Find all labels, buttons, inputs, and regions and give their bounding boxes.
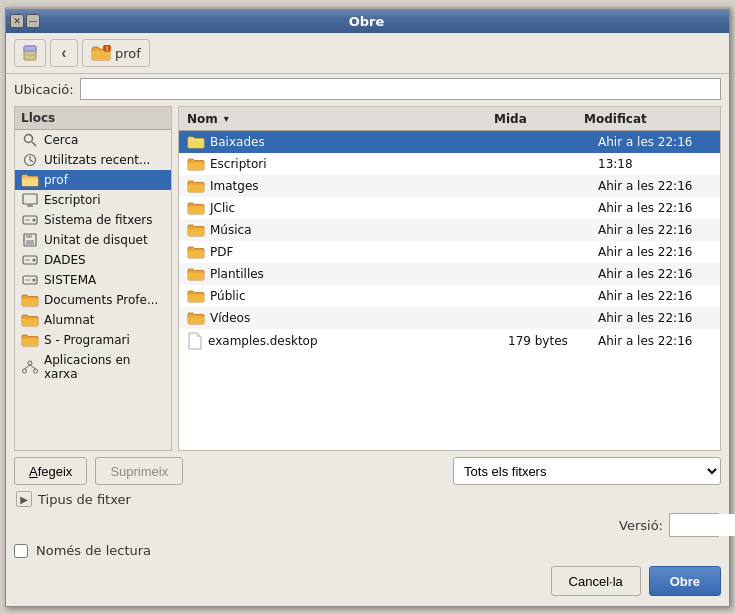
sidebar-item-programari[interactable]: S - Programari: [15, 330, 171, 350]
file-row[interactable]: PlantillesAhir a les 22:16: [179, 263, 720, 285]
folder-icon: [187, 289, 205, 303]
sidebar-item-cerca[interactable]: Cerca: [15, 130, 171, 150]
folder-special-icon: [21, 293, 39, 307]
file-list: BaixadesAhir a les 22:16Escriptori13:18I…: [179, 131, 720, 450]
sidebar-item-label-prof: prof: [44, 173, 68, 187]
sidebar-item-sistema2[interactable]: SISTEMA: [15, 270, 171, 290]
file-row[interactable]: examples.desktop179 bytesAhir a les 22:1…: [179, 329, 720, 353]
bookmark-icon: [21, 44, 39, 62]
location-label: Ubicació:: [14, 82, 74, 97]
action-row: Cancel·la Obre: [14, 566, 721, 600]
sidebar-item-prof[interactable]: prof: [15, 170, 171, 190]
sidebar-item-alumnat[interactable]: Alumnat: [15, 310, 171, 330]
back-button[interactable]: ‹: [50, 39, 78, 67]
bookmark-button[interactable]: [14, 39, 46, 67]
sidebar-item-sistema[interactable]: Sistema de fitxers: [15, 210, 171, 230]
file-row[interactable]: VídeosAhir a les 22:16: [179, 307, 720, 329]
close-button[interactable]: ✕: [10, 14, 24, 28]
readonly-checkbox[interactable]: [14, 544, 28, 558]
file-name: examples.desktop: [208, 334, 318, 348]
hdd-icon: [21, 253, 39, 267]
sidebar-item-label-alumnat: Alumnat: [44, 313, 95, 327]
file-name-cell: JClic: [179, 198, 500, 218]
expand-filetype-button[interactable]: ▶: [16, 491, 32, 507]
sidebar-item-dades[interactable]: DADES: [15, 250, 171, 270]
file-name: Imatges: [210, 179, 259, 193]
folder-special-icon: [21, 333, 39, 347]
file-name: Baixades: [210, 135, 265, 149]
file-size-cell: [500, 271, 590, 277]
file-row[interactable]: Escriptori13:18: [179, 153, 720, 175]
version-input[interactable]: [670, 514, 735, 536]
file-size-cell: [500, 205, 590, 211]
cancel-label: Cancel·la: [569, 574, 623, 589]
version-row: Versió: ▲ ▼: [14, 513, 721, 537]
file-modified-cell: Ahir a les 22:16: [590, 308, 720, 328]
file-row[interactable]: JClicAhir a les 22:16: [179, 197, 720, 219]
current-folder-label: prof: [115, 46, 141, 61]
clock-icon: [21, 153, 39, 167]
folder-icon: [187, 267, 205, 281]
svg-line-6: [32, 142, 36, 146]
svg-point-26: [23, 369, 27, 373]
folder-special-icon: [21, 313, 39, 327]
filetype-label: Tipus de fitxer: [38, 492, 131, 507]
svg-point-23: [33, 279, 36, 282]
network-icon: [21, 360, 39, 374]
sidebar-item-escriptori[interactable]: Escriptori: [15, 190, 171, 210]
current-folder-button[interactable]: ! prof: [82, 39, 150, 67]
expand-icon: ▶: [20, 494, 28, 505]
hdd-icon: [21, 273, 39, 287]
file-modified-cell: Ahir a les 22:16: [590, 242, 720, 262]
file-name: Escriptori: [210, 157, 267, 171]
folder-icon: !: [91, 45, 111, 61]
open-button[interactable]: Obre: [649, 566, 721, 596]
remove-button[interactable]: Suprimeix: [95, 457, 183, 485]
filter-select[interactable]: Tots els fitxers: [453, 457, 721, 485]
file-size-cell: [500, 139, 590, 145]
bottom-row2: ▶ Tipus de fitxer: [14, 491, 721, 507]
file-size-cell: [500, 293, 590, 299]
file-name-cell: Vídeos: [179, 308, 500, 328]
svg-point-5: [25, 135, 33, 143]
titlebar: ✕ — Obre: [6, 9, 729, 33]
location-input[interactable]: [80, 78, 721, 100]
header-modified[interactable]: Modificat: [576, 108, 706, 130]
file-name-cell: Plantilles: [179, 264, 500, 284]
cancel-button[interactable]: Cancel·la: [551, 566, 641, 596]
file-row[interactable]: PúblicAhir a les 22:16: [179, 285, 720, 307]
svg-point-20: [33, 259, 36, 262]
floppy-icon: [21, 233, 39, 247]
file-row[interactable]: ImatgesAhir a les 22:16: [179, 175, 720, 197]
sidebar-section-label: Llocs: [15, 107, 171, 130]
file-modified-cell: Ahir a les 22:16: [590, 132, 720, 152]
readonly-label: Només de lectura: [36, 543, 151, 558]
file-row[interactable]: MúsicaAhir a les 22:16: [179, 219, 720, 241]
svg-rect-17: [26, 234, 32, 238]
header-name[interactable]: Nom ▾: [179, 108, 486, 130]
sidebar-item-disquet[interactable]: Unitat de disquet: [15, 230, 171, 250]
folder-icon: [21, 173, 39, 187]
sidebar-item-label-docs: Documents Profe...: [44, 293, 158, 307]
svg-point-25: [28, 361, 32, 365]
header-size[interactable]: Mida: [486, 108, 576, 130]
svg-text:!: !: [106, 45, 109, 52]
minimize-button[interactable]: —: [26, 14, 40, 28]
add-button[interactable]: Afegeix: [14, 457, 87, 485]
file-size-cell: 179 bytes: [500, 331, 590, 351]
svg-point-14: [33, 219, 36, 222]
file-name-cell: Escriptori: [179, 154, 500, 174]
file-modified-cell: Ahir a les 22:16: [590, 264, 720, 284]
file-row[interactable]: PDFAhir a les 22:16: [179, 241, 720, 263]
sidebar-item-xarxa[interactable]: Aplicacions en xarxa: [15, 350, 171, 384]
file-modified-cell: Ahir a les 22:16: [590, 198, 720, 218]
file-size-cell: [500, 315, 590, 321]
bottom-row1: Afegeix Suprimeix Tots els fitxers: [14, 457, 721, 485]
file-row[interactable]: BaixadesAhir a les 22:16: [179, 131, 720, 153]
file-icon: [187, 332, 203, 350]
sidebar-item-docs[interactable]: Documents Profe...: [15, 290, 171, 310]
window-title: Obre: [40, 14, 693, 29]
bottom-area: Afegeix Suprimeix Tots els fitxers ▶ Tip…: [6, 451, 729, 606]
sidebar-item-recent[interactable]: Utilitzats recent...: [15, 150, 171, 170]
sidebar-item-label-disquet: Unitat de disquet: [44, 233, 148, 247]
